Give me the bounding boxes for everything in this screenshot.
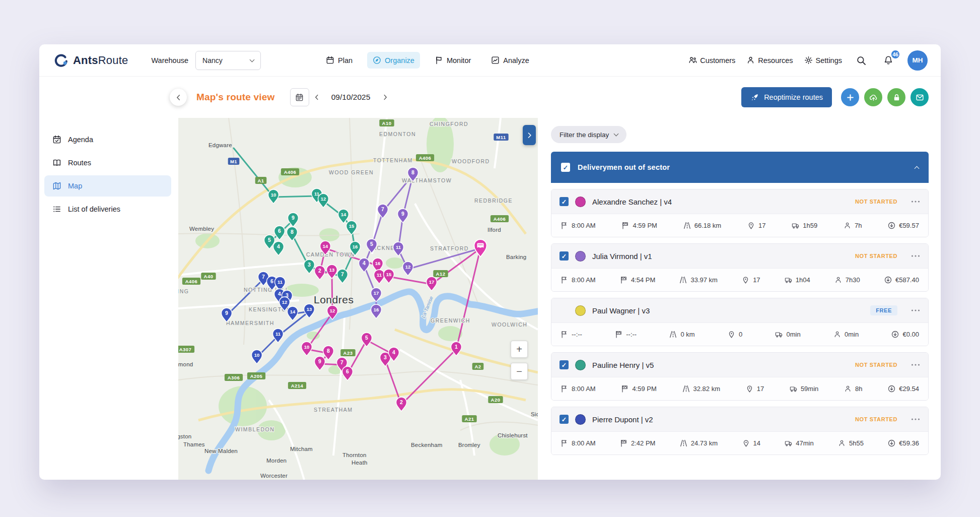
chevron-left-icon	[175, 94, 182, 101]
start-flag-icon	[561, 276, 568, 284]
nav-link-resources[interactable]: Resources	[746, 56, 793, 64]
svg-text:A23: A23	[343, 350, 353, 356]
filter-display-dropdown[interactable]: Filter the display	[551, 126, 626, 143]
nav-link-settings[interactable]: Settings	[804, 56, 842, 64]
svg-text:11: 11	[377, 272, 382, 278]
deliveryman-card: Pauline Henry | v5NOT STARTED8:00 AM4:59…	[551, 352, 929, 401]
stat-value: 1h04	[796, 276, 810, 284]
customers-icon	[688, 56, 697, 64]
pin-icon	[742, 439, 750, 447]
svg-text:1: 1	[455, 344, 458, 350]
collapse-panel-button[interactable]	[523, 125, 536, 145]
reoptimize-routes-button[interactable]: Reoptimize routes	[741, 87, 832, 107]
main-area: Map's route view 09/10/2025 Reop	[178, 77, 941, 480]
status-badge: NOT STARTED	[855, 199, 897, 205]
zoom-out-button[interactable]: −	[511, 363, 528, 380]
svg-text:7: 7	[262, 274, 265, 280]
stat-drive: 1h04	[785, 276, 810, 284]
stat-drive: 47min	[785, 439, 813, 447]
status-badge: FREE	[870, 305, 897, 315]
more-options-button[interactable]	[911, 364, 920, 366]
user-avatar[interactable]: MH	[907, 50, 928, 71]
road-icon	[682, 385, 690, 393]
svg-text:2: 2	[400, 399, 403, 405]
svg-text:9: 9	[292, 215, 295, 221]
tab-plan[interactable]: Plan	[320, 52, 358, 69]
road-badge: A307	[178, 346, 194, 353]
calendar-button[interactable]	[290, 88, 309, 106]
deliveryman-checkbox[interactable]	[559, 415, 569, 424]
road-badge: A1	[255, 177, 267, 184]
map-place-label: TOTTENHAM	[373, 157, 413, 163]
sidebar-item-agenda[interactable]: Agenda	[44, 129, 171, 150]
chevron-right-icon	[526, 132, 533, 139]
road-badge: A406	[182, 278, 200, 285]
stat-value: 17	[758, 222, 765, 229]
deliveryman-name: Pierre Dupont | v2	[592, 415, 653, 424]
svg-text:15: 15	[386, 272, 392, 277]
stat-cost: €0.00	[891, 331, 919, 338]
svg-text:A406: A406	[284, 169, 297, 175]
road-badge: A23	[340, 349, 355, 356]
svg-text:6: 6	[278, 228, 281, 234]
sidebar-item-list-of-deliveries[interactable]: List of deliveries	[44, 199, 171, 220]
deliveryman-stats-row: 8:00 AM4:54 PM33.97 km171h047h30€587.40	[551, 268, 928, 291]
svg-text:15: 15	[349, 223, 355, 229]
svg-text:A10: A10	[382, 120, 392, 126]
tab-analyze[interactable]: Analyze	[485, 52, 535, 69]
svg-text:A307: A307	[179, 347, 192, 352]
pin-icon	[728, 331, 735, 338]
deliveryman-stats-row: 8:00 AM4:59 PM32.82 km1759min8h€29.54	[551, 377, 928, 400]
map-place-label: WOODFORD	[452, 158, 490, 164]
zoom-in-button[interactable]: +	[511, 341, 528, 358]
stat-distance: 0 km	[669, 331, 694, 338]
map-place-label: GREENWICH	[431, 317, 470, 324]
warehouse-select[interactable]: Nancy	[195, 51, 261, 70]
svg-text:7: 7	[341, 271, 344, 277]
deliverymen-section-header[interactable]: Deliverymen out of sector	[551, 152, 929, 183]
sidebar-item-routes[interactable]: Routes	[44, 152, 171, 173]
back-button[interactable]	[170, 89, 187, 106]
truck-icon	[790, 385, 797, 393]
deliveryman-checkbox[interactable]	[559, 251, 569, 261]
tab-monitor[interactable]: Monitor	[429, 52, 476, 69]
road-badge: A406	[416, 154, 434, 161]
truck-icon	[792, 222, 799, 229]
stat-start: 8:00 AM	[561, 439, 596, 447]
deliveryman-checkbox[interactable]	[559, 360, 569, 369]
stat-drive: 0min	[775, 331, 800, 338]
deliveryman-checkbox[interactable]	[559, 197, 569, 206]
more-options-button[interactable]	[911, 255, 920, 257]
stat-drive: 1h59	[792, 222, 817, 229]
more-options-button[interactable]	[911, 309, 920, 311]
start-flag-icon	[561, 439, 568, 447]
stat-value: 59min	[801, 385, 818, 393]
prev-date-button[interactable]	[309, 90, 324, 105]
road-icon	[680, 439, 687, 447]
search-button[interactable]	[853, 52, 869, 69]
deliveryman-color-dot	[575, 414, 586, 425]
select-all-checkbox[interactable]	[561, 163, 570, 172]
add-button[interactable]	[841, 88, 859, 106]
cloud-upload-button[interactable]	[864, 88, 882, 106]
chevron-up-icon[interactable]	[915, 166, 920, 171]
svg-text:9: 9	[318, 358, 321, 364]
lock-button[interactable]	[887, 88, 905, 106]
stat-value: 8h	[855, 385, 862, 393]
stat-end: 2:42 PM	[620, 439, 655, 447]
next-date-button[interactable]	[378, 90, 393, 105]
more-options-button[interactable]	[911, 418, 920, 420]
svg-text:14: 14	[290, 309, 296, 314]
email-button[interactable]	[911, 88, 929, 106]
sidebar-item-map[interactable]: Map	[44, 175, 171, 197]
tab-organize[interactable]: Organize	[367, 52, 420, 69]
nav-link-customers[interactable]: Customers	[688, 56, 735, 64]
stat-start: 8:00 AM	[561, 385, 596, 393]
more-options-button[interactable]	[911, 201, 920, 203]
sidebar-item-label: Map	[68, 182, 82, 190]
notifications-button[interactable]: 46	[880, 52, 896, 69]
app-logo[interactable]: AntsRoute	[53, 53, 128, 68]
map-place-label: STREATHAM	[314, 407, 353, 413]
map-canvas[interactable]: M11M1A10A406A406A406A406A1A40A12A2A20A21…	[178, 118, 538, 480]
svg-text:10: 10	[271, 192, 276, 198]
